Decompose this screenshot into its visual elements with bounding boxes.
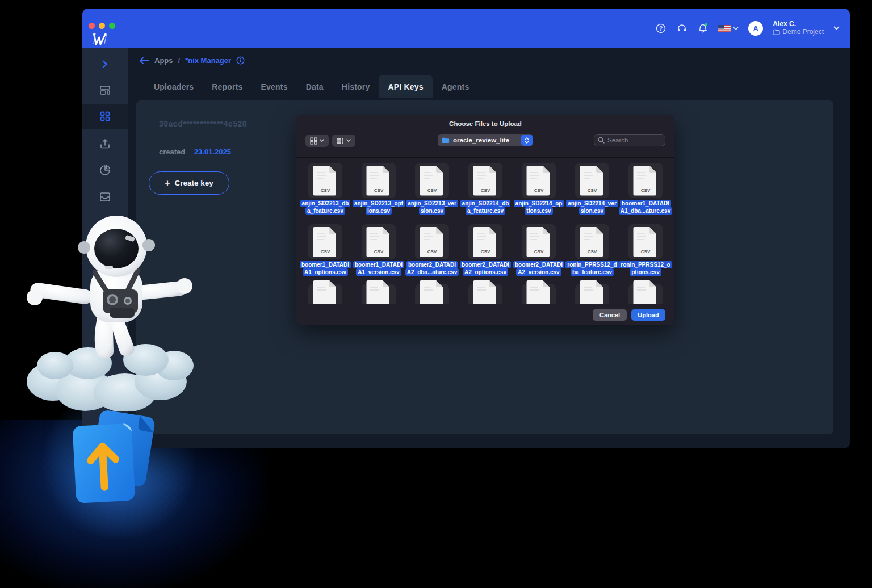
created-date: 23.01.2025 <box>194 148 231 156</box>
tab-agents[interactable]: Agents <box>433 75 479 98</box>
file-item-partial[interactable] <box>299 280 352 304</box>
file-tile: CSV <box>522 224 556 259</box>
icon-view-button[interactable] <box>305 135 329 147</box>
file-label-line2: A1_options.csv <box>303 268 348 276</box>
file-tile: CSV <box>468 224 502 259</box>
tab-history[interactable]: History <box>333 75 379 98</box>
file-item[interactable]: CSV anjin_SD2214_db a_feature.csv <box>459 158 512 219</box>
file-label-line2: sion.csv <box>579 207 605 215</box>
tab-uploaders[interactable]: Uploaders <box>145 75 203 98</box>
file-label-line2: ba_feature.csv <box>571 268 614 276</box>
created-label: created <box>159 148 185 156</box>
breadcrumb: Apps / *nix Manager <box>139 56 245 65</box>
file-item-partial[interactable] <box>352 280 405 304</box>
sidebar-expand-button[interactable] <box>82 52 128 77</box>
minimize-window-button[interactable] <box>99 23 105 29</box>
titlebar: ? A A <box>82 9 850 48</box>
tab-events[interactable]: Events <box>252 75 297 98</box>
file-label-line2: ptions.csv <box>630 268 661 276</box>
file-item[interactable]: CSV anjin_SD2213_db a_feature.csv <box>299 158 352 219</box>
file-tile <box>468 284 502 304</box>
file-item-partial[interactable] <box>459 280 512 304</box>
file-label-line1: ronin_PPRSS12_d <box>565 261 618 268</box>
maximize-window-button[interactable] <box>109 23 115 29</box>
breadcrumb-apps[interactable]: Apps <box>154 56 173 65</box>
cancel-button[interactable]: Cancel <box>593 309 627 321</box>
create-key-button[interactable]: + Create key <box>149 171 229 195</box>
csv-file-icon <box>312 279 338 304</box>
file-item[interactable]: CSV anjin_SD2213_ver sion.csv <box>405 158 459 219</box>
search-input[interactable] <box>607 137 660 144</box>
user-name: Alex C. <box>773 20 824 28</box>
file-item[interactable]: CSV ronin_PPRSS12_o ptions.csv <box>619 219 672 280</box>
csv-file-icon: CSV <box>366 226 392 258</box>
csv-file-icon: CSV <box>472 226 498 258</box>
file-item[interactable]: CSV boomer2_DATADI A2_version.csv <box>512 219 565 280</box>
help-icon[interactable]: ? <box>655 23 666 34</box>
file-label-line1: anjin_SD2213_ver <box>406 200 458 207</box>
sidebar-item-inbox[interactable] <box>82 184 128 209</box>
file-label-line2: A2_version.csv <box>516 268 561 276</box>
file-item[interactable]: CSV boomer2_DATADI A2_options.csv <box>459 219 512 280</box>
language-selector[interactable] <box>718 25 739 32</box>
list-view-button[interactable] <box>332 135 355 147</box>
file-item[interactable]: CSV boomer1_DATADI A1_options.csv <box>299 219 352 280</box>
file-item[interactable]: CSV anjin_SD2214_op tions.csv <box>512 158 565 219</box>
titlebar-actions: ? A A <box>655 9 840 48</box>
csv-file-icon: CSV <box>526 226 552 258</box>
svg-text:CSV: CSV <box>588 188 597 193</box>
search-box[interactable] <box>594 134 665 146</box>
csv-file-icon: CSV <box>526 165 552 196</box>
user-info[interactable]: Alex C. Demo Project <box>773 20 824 36</box>
tab-api-keys[interactable]: API Keys <box>379 75 432 98</box>
api-keys-panel: 30acd************4e520 created 23.01.202… <box>136 100 833 434</box>
notifications-bell-icon[interactable] <box>697 23 708 34</box>
folder-select-value: oracle_review_lite <box>453 137 509 144</box>
grid-view-icon <box>310 137 317 145</box>
file-tile: CSV <box>308 163 342 198</box>
file-label-line2: A2_dba...ature.csv <box>405 268 459 276</box>
file-item[interactable]: CSV anjin_SD2213_opt ions.csv <box>352 158 405 219</box>
account-chevron-down-icon[interactable] <box>833 26 840 31</box>
created-row: created 23.01.2025 <box>159 148 231 156</box>
avatar[interactable]: A <box>748 21 763 36</box>
file-tile <box>415 284 449 304</box>
file-label-line1: anjin_SD2214_op <box>514 200 564 207</box>
file-item-partial[interactable] <box>405 280 459 304</box>
upload-button[interactable]: Upload <box>631 309 665 321</box>
tab-reports[interactable]: Reports <box>203 75 251 98</box>
file-item[interactable]: CSV boomer1_DATADI A1_dba...ature.csv <box>619 158 672 219</box>
file-item-partial[interactable] <box>619 280 672 304</box>
tab-data[interactable]: Data <box>297 75 333 98</box>
file-item[interactable]: CSV anjin_SD2214_ver sion.csv <box>565 158 619 219</box>
file-item[interactable]: CSV ronin_PPRSS12_d ba_feature.csv <box>565 219 619 280</box>
file-item[interactable]: CSV boomer2_DATADI A2_dba...ature.csv <box>405 219 459 280</box>
file-tile <box>575 284 609 304</box>
svg-text:CSV: CSV <box>481 188 491 193</box>
dialog-title: Choose Files to Upload <box>296 120 674 127</box>
svg-text:CSV: CSV <box>321 249 330 254</box>
file-item[interactable]: CSV boomer1_DATADI A1_version.csv <box>352 219 405 280</box>
sidebar-item-dashboard[interactable] <box>82 78 128 103</box>
back-arrow-icon[interactable] <box>139 57 149 64</box>
file-name: ronin_PPRSS12_o ptions.csv <box>619 261 672 276</box>
sidebar-item-analytics[interactable] <box>82 158 128 183</box>
select-stepper-icon <box>521 135 533 146</box>
support-headset-icon[interactable] <box>676 23 687 34</box>
sidebar-item-apps[interactable] <box>82 104 128 129</box>
file-label-line2: a_feature.csv <box>466 207 505 215</box>
csv-file-icon: CSV <box>472 165 498 196</box>
folder-select[interactable]: oracle_review_lite <box>438 134 533 146</box>
page: ? A A <box>0 0 872 588</box>
sidebar-item-uploads[interactable] <box>82 131 128 156</box>
dashboard-icon <box>99 84 111 96</box>
info-icon[interactable] <box>236 56 245 65</box>
file-item-partial[interactable] <box>512 280 565 304</box>
file-label-line1: boomer1_DATADI <box>353 261 404 268</box>
pie-chart-icon <box>99 164 111 177</box>
close-window-button[interactable] <box>89 23 95 29</box>
window-controls <box>89 23 115 29</box>
chevron-down-icon <box>320 139 324 142</box>
file-tile <box>362 284 396 304</box>
file-item-partial[interactable] <box>565 280 619 304</box>
